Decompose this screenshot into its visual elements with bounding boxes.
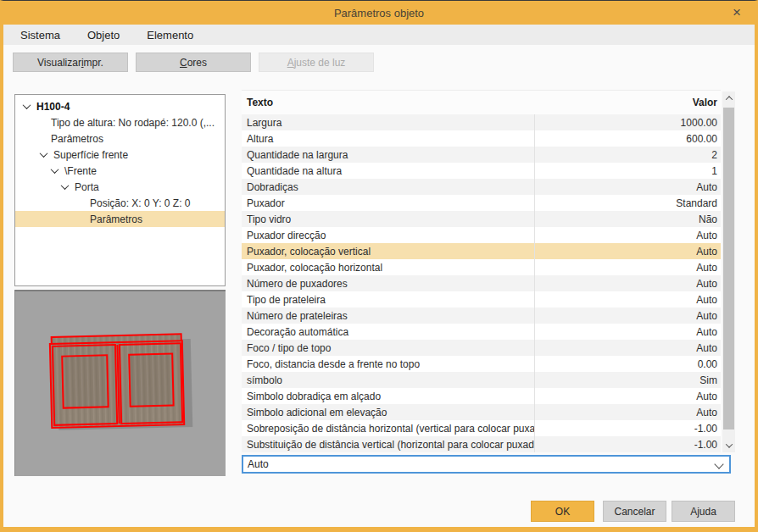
table-row[interactable]: Decoração automáticaAuto bbox=[242, 324, 721, 340]
param-name: Quantidade na altura bbox=[242, 165, 534, 177]
tree-item-label: H100-4 bbox=[36, 101, 70, 113]
param-name: Quantidade na largura bbox=[242, 149, 534, 161]
table-row[interactable]: Foco, distancia desde a frente no topo0.… bbox=[242, 356, 721, 372]
print-preview-button[interactable]: Visualizar impr. bbox=[13, 53, 128, 72]
dialog-title: Parâmetros objeto bbox=[334, 7, 424, 19]
ok-button[interactable]: OK bbox=[531, 501, 594, 522]
scroll-down-icon[interactable] bbox=[722, 439, 735, 452]
table-row[interactable]: Substituição de distância vertical (hori… bbox=[242, 436, 721, 452]
table-row[interactable]: Número de prateleirasAuto bbox=[242, 308, 721, 324]
tree-item-label: Parâmetros bbox=[90, 213, 142, 225]
table-row[interactable]: Foco / tipo de topoAuto bbox=[242, 340, 721, 356]
param-value: Auto bbox=[534, 227, 721, 243]
menu-elemento[interactable]: Elemento bbox=[138, 26, 202, 44]
tree-item-label: Posição: X: 0 Y: 0 Z: 0 bbox=[90, 197, 191, 209]
button-accel: A bbox=[287, 57, 294, 69]
button-label-part: juste de luz bbox=[294, 57, 346, 69]
menu-bar: Sistema Objeto Elemento bbox=[0, 25, 758, 45]
chevron-down-icon[interactable] bbox=[40, 149, 48, 158]
table-row[interactable]: DobradiçasAuto bbox=[242, 179, 721, 195]
param-name: Dobradiças bbox=[242, 181, 534, 193]
tree-item-parametros[interactable]: Parâmetros bbox=[15, 130, 225, 147]
table-row[interactable]: Tipo vidroNão bbox=[242, 211, 721, 227]
table-row[interactable]: Puxador direcçãoAuto bbox=[242, 227, 721, 243]
param-name: Substituição de distância vertical (hori… bbox=[242, 439, 534, 451]
chevron-down-icon[interactable] bbox=[23, 101, 31, 109]
table-row[interactable]: Quantidade na largura2 bbox=[242, 147, 721, 163]
object-structure-tree: H100-4 Tipo de altura: No rodapé: 120.0 … bbox=[14, 94, 226, 286]
param-value: 0.00 bbox=[534, 356, 721, 372]
param-value: Standard bbox=[534, 195, 721, 211]
tree-item-posicao[interactable]: Posição: X: 0 Y: 0 Z: 0 bbox=[15, 195, 225, 211]
menu-objeto[interactable]: Objeto bbox=[79, 26, 128, 44]
help-button[interactable]: Ajuda bbox=[672, 501, 735, 522]
menu-sistema[interactable]: Sistema bbox=[12, 26, 69, 44]
param-name: Puxador, colocação vertical bbox=[242, 246, 534, 258]
header-texto: Texto bbox=[242, 97, 534, 108]
parameters-dialog: Parâmetros objeto × Sistema Objeto Eleme… bbox=[0, 0, 758, 532]
scrollbar-thumb[interactable] bbox=[723, 108, 734, 429]
combobox-value: Auto bbox=[248, 458, 269, 470]
param-value: Auto bbox=[534, 275, 721, 291]
param-value: Auto bbox=[534, 308, 721, 324]
param-name: Número de prateleiras bbox=[242, 310, 534, 322]
table-row[interactable]: Altura600.00 bbox=[242, 130, 721, 147]
table-scrollbar[interactable] bbox=[722, 91, 735, 452]
param-name: Puxador, colocação horizontal bbox=[242, 262, 534, 274]
button-label-part: Visualizar bbox=[37, 57, 81, 69]
param-name: Altura bbox=[242, 133, 534, 145]
table-row-selected[interactable]: Puxador, colocação verticalAuto bbox=[242, 243, 721, 259]
table-row[interactable]: Simbolo dobradiça em alçadoAuto bbox=[242, 388, 721, 404]
param-value: 1 bbox=[534, 163, 721, 179]
table-row[interactable]: Tipo de prateleiraAuto bbox=[242, 291, 721, 308]
param-value: -1.00 bbox=[534, 436, 721, 452]
tree-item-porta[interactable]: Porta bbox=[15, 179, 225, 195]
tree-item-label: \Frente bbox=[64, 165, 97, 177]
table-row[interactable]: Simbolo adicional em elevaçãoAuto bbox=[242, 404, 721, 420]
param-name: Simbolo adicional em elevação bbox=[242, 407, 534, 418]
button-accel: C bbox=[180, 57, 187, 69]
table-row[interactable]: Número de puxadoresAuto bbox=[242, 275, 721, 291]
tree-item-label: Parâmetros bbox=[51, 133, 103, 145]
tree-item-tipo-altura[interactable]: Tipo de altura: No rodapé: 120.0 (,... bbox=[15, 114, 225, 130]
scroll-up-icon[interactable] bbox=[722, 91, 735, 105]
cancel-button[interactable]: Cancelar bbox=[603, 501, 666, 522]
tree-item-superficie-frente[interactable]: Superfície frente bbox=[15, 147, 225, 163]
chevron-down-icon[interactable] bbox=[61, 181, 70, 190]
colors-button[interactable]: Cores bbox=[136, 53, 251, 72]
param-name: símbolo bbox=[242, 374, 534, 386]
param-value: 2 bbox=[534, 147, 721, 163]
param-name: Decoração automática bbox=[242, 326, 534, 338]
tree-item-h100-4[interactable]: H100-4 bbox=[15, 98, 225, 114]
tree-item-parametros-selected[interactable]: Parâmetros bbox=[15, 211, 225, 227]
param-name: Número de puxadores bbox=[242, 278, 534, 290]
value-combobox[interactable]: Auto bbox=[242, 455, 731, 474]
table-row[interactable]: Quantidade na altura1 bbox=[242, 163, 721, 179]
param-name: Tipo vidro bbox=[242, 213, 534, 225]
param-name: Puxador direcção bbox=[242, 230, 534, 241]
param-name: Foco / tipo de topo bbox=[242, 342, 534, 354]
table-row[interactable]: Largura1000.00 bbox=[242, 114, 721, 130]
table-row[interactable]: Puxador, colocação horizontalAuto bbox=[242, 259, 721, 275]
param-value: Auto bbox=[534, 179, 721, 195]
param-name: Tipo de prateleira bbox=[242, 294, 534, 306]
chevron-down-icon[interactable] bbox=[51, 165, 59, 174]
table-row[interactable]: Sobreposição de distância horizontal (ve… bbox=[242, 420, 721, 436]
param-value: Sim bbox=[534, 372, 721, 388]
tree-item-label: Tipo de altura: No rodapé: 120.0 (,... bbox=[51, 117, 215, 129]
param-value: Auto bbox=[534, 324, 721, 340]
param-value: Auto bbox=[534, 259, 721, 275]
table-row[interactable]: símboloSim bbox=[242, 372, 721, 388]
title-bar: Parâmetros objeto × bbox=[0, 1, 758, 25]
param-value: Auto bbox=[534, 340, 721, 356]
param-value: Auto bbox=[534, 243, 721, 259]
tree-item-frente[interactable]: \Frente bbox=[15, 163, 225, 179]
tree-item-label: Superfície frente bbox=[53, 149, 128, 161]
close-icon[interactable]: × bbox=[727, 3, 746, 22]
light-adjust-button: Ajuste de luz bbox=[259, 53, 374, 72]
tree-item-label: Porta bbox=[75, 181, 99, 193]
button-label-part: mpr. bbox=[84, 57, 103, 69]
chevron-down-icon[interactable] bbox=[714, 459, 723, 468]
param-name: Simbolo dobradiça em alçado bbox=[242, 391, 534, 402]
table-row[interactable]: PuxadorStandard bbox=[242, 195, 721, 211]
